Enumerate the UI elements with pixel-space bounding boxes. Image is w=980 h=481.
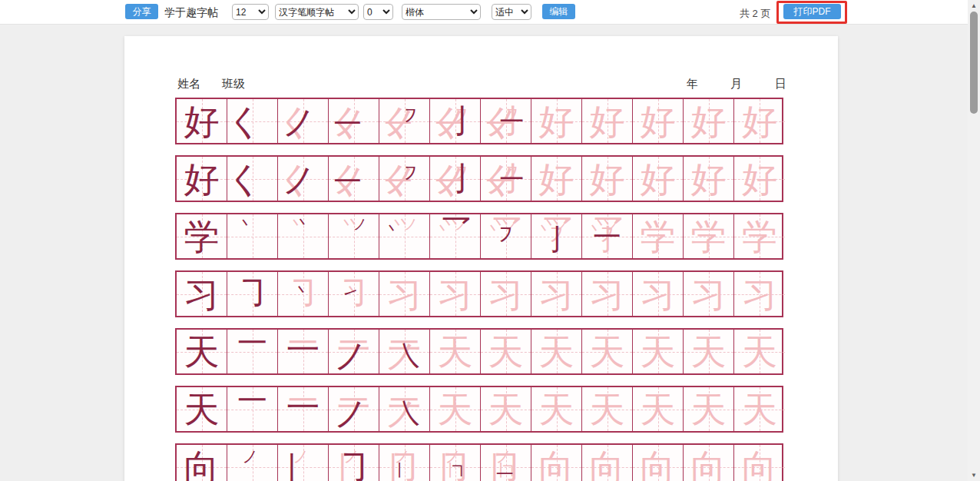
grid-cell: く [227,99,278,143]
stroke-glyph-dark: 一 [333,168,362,197]
share-button[interactable]: 分享 [125,4,158,19]
grid-cell: 丶丶ノ丶乛 [430,214,481,258]
size-select[interactable]: 12 [232,4,269,20]
density-select[interactable]: 适中 [492,4,531,20]
stroke-glyph-light: 学 [641,219,676,254]
stroke-glyph-dark: ㇇ [401,164,420,183]
grid-cell: ノ丨 [278,445,329,481]
stroke-glyph-dark: 亅 [446,106,478,138]
grid-cell: 向 [177,445,227,481]
grid-cell: 好 [582,99,633,143]
stroke-glyph-light: 天 [539,334,574,370]
grid-cell: 习 [481,272,531,316]
stroke-glyph-dark: ノ [282,163,316,197]
stroke-glyph-dark: 丶 [295,216,311,232]
grid-cell: 丶丶ノ丶乛㇇ [481,214,531,258]
vertical-scrollbar[interactable]: ▲ ▼ [968,0,980,481]
grid-cell: 天 [177,387,227,431]
stroke-glyph-dark: 一 [496,465,514,481]
edit-button[interactable]: 编辑 [542,4,575,19]
grid-cell: くノ一㇇ [379,157,430,201]
sheet-header: 姓名 班级 年 月 日 [124,77,838,94]
print-pdf-button[interactable]: 打印PDF [783,4,841,19]
stroke-glyph-light: 向 [641,449,676,481]
stroke-glyph-dark: ㇕ [449,463,465,479]
stroke-glyph-dark: 向 [184,449,220,481]
stroke-glyph-dark: ㇏ [396,400,425,429]
stroke-glyph-dark: 天 [184,334,220,370]
toolbar: 分享 学于趣字帖 12 汉字笔顺字帖 0 楷体 适中 编辑 共 2 页 打印PD… [0,0,980,25]
stroke-glyph-light: 好 [742,161,777,197]
stroke-glyph-dark: 一 [286,390,320,424]
app-root: 分享 学于趣字帖 12 汉字笔顺字帖 0 楷体 适中 编辑 共 2 页 打印PD… [0,0,980,481]
practice-row: 好くくノくノ一くノ一㇇くノ一㇇亅くノ一㇇亅一好好好好好 [175,155,783,202]
scrollbar-thumb[interactable] [970,12,978,114]
grid-cell: 习 [531,272,582,316]
grid-cell: 天 [734,387,785,431]
grid-cell: 一一 [278,387,329,431]
grid-cell: 习 [430,272,481,316]
stroke-glyph-light: 向 [691,449,727,481]
grid-cell: 丶丶 [278,214,329,258]
grid-cell: ノ [227,445,278,481]
stroke-glyph-dark: 一 [593,223,621,251]
practice-row: 学丶丶丶丶丶ノ丶丶ノ丶丶丶ノ丶乛丶丶ノ丶乛㇇丶丶ノ丶乛㇇亅丶丶ノ丶乛㇇亅一学学学 [175,213,783,260]
grid-cell: くノ一㇇亅 [430,99,481,143]
scroll-up-icon[interactable]: ▲ [968,0,980,12]
stroke-glyph-dark: 丶 [238,217,254,233]
stroke-glyph-dark: 一 [286,333,320,367]
grid-cell: 一一ノ㇏ [379,387,430,431]
stroke-glyph-light: 习 [590,277,625,312]
stroke-glyph-light: 好 [641,161,676,197]
grid-cell: 好 [531,99,582,143]
grid-cell: 习 [734,272,785,316]
stroke-glyph-dark: 习 [184,277,220,312]
stroke-glyph-light: 好 [641,104,676,139]
stroke-glyph-dark: 丶 [293,283,311,300]
stroke-glyph-dark: ノ [282,105,316,139]
grid-cell: 天 [684,387,734,431]
scroll-down-icon[interactable]: ▼ [968,469,980,481]
grid-cell: 天 [633,330,684,373]
worksheet-page: 姓名 班级 年 月 日 好くくノくノ一くノ一㇇くノ一㇇亅くノ一㇇亅一好好好好好好… [124,36,838,481]
stroke-glyph-dark: ㇀ [340,285,362,307]
grid-cell: 天 [582,330,633,373]
grid-cell: くノ一㇇亅一 [481,99,531,143]
grid-cell: ノ丨㇆丨㇕ [430,445,481,481]
name-label: 姓名 [177,77,200,91]
stroke-glyph-light: 学 [691,219,727,254]
number-select[interactable]: 0 [363,4,393,20]
stroke-glyph-light: 天 [641,334,676,370]
stroke-glyph-light: 好 [742,104,777,139]
grid-cell: ㇆丶㇀ [329,272,379,316]
stroke-glyph-light: 好 [539,161,574,197]
stroke-glyph-light: 天 [691,334,727,370]
practice-row: 天一一一一一ノ一一ノ㇏天天天天天天天 [175,328,783,375]
stroke-glyph-dark: 丨 [392,463,408,479]
grid-cell: 好 [684,99,734,143]
grid-cell: 好 [177,99,227,143]
grid-cell: くノ一 [329,99,379,143]
grid-cell: 好 [531,157,582,201]
stroke-glyph-dark: 一 [499,166,524,191]
font-select[interactable]: 楷体 [402,4,481,20]
grid-cell: 丶丶ノ丶乛㇇亅一 [582,214,633,258]
grid-cell: ㇆丶 [278,272,329,316]
grid-cell: 天 [633,387,684,431]
grid-cell: くノ一 [329,157,379,201]
grid-cell: 天 [531,387,582,431]
template-select[interactable]: 汉字笔顺字帖 [275,4,359,20]
stroke-glyph-dark: 一 [333,111,362,139]
stroke-glyph-light: 习 [742,277,777,312]
stroke-glyph-light: 天 [742,392,777,427]
grid-cell: 丶丶ノ丶 [379,214,430,258]
grid-cell: 好 [582,157,633,201]
stroke-glyph-light: 天 [539,392,574,427]
grid-cell: 习 [684,272,734,316]
site-title: 学于趣字帖 [164,6,218,20]
year-label: 年 [687,77,698,91]
grid-cell: 一一 [278,330,329,373]
grid-cell: 向 [684,445,734,481]
grid-cell: くノ [278,99,329,143]
grid-cell: 丶丶ノ [329,214,379,258]
